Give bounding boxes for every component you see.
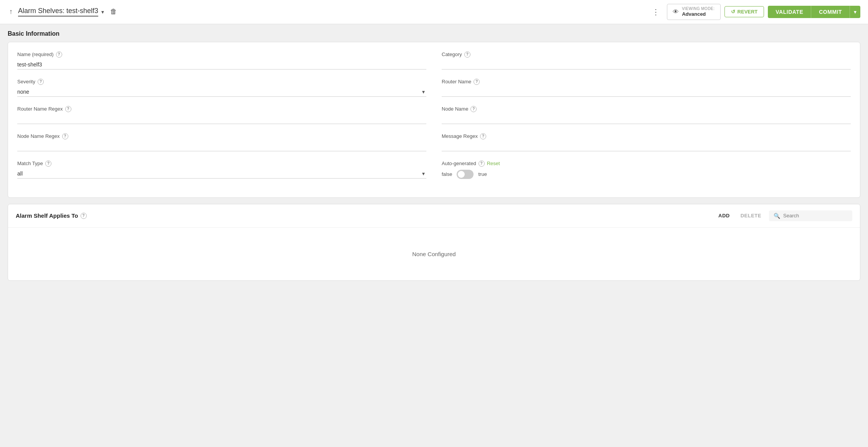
- revert-button[interactable]: ↺ REVERT: [724, 6, 764, 17]
- node-name-field: Node Name ?: [442, 106, 851, 124]
- router-name-input[interactable]: [442, 87, 851, 97]
- left-column: Name (required) ? Severity ? none critic: [17, 51, 426, 188]
- node-name-regex-field: Node Name Regex ?: [17, 133, 426, 151]
- commit-dropdown-button[interactable]: ▾: [850, 6, 860, 18]
- search-box: 🔍: [769, 210, 852, 221]
- validate-button[interactable]: VALIDATE: [768, 6, 811, 18]
- node-name-regex-label: Node Name Regex ?: [17, 133, 426, 139]
- delete-button[interactable]: 🗑: [107, 6, 120, 17]
- match-type-field: Match Type ? all any ▾: [17, 161, 426, 179]
- viewing-mode-label: VIEWING MODE: Advanced: [682, 7, 715, 17]
- auto-generated-toggle[interactable]: [457, 170, 474, 179]
- router-name-field: Router Name ?: [442, 79, 851, 97]
- auto-generated-toggle-row: false true: [442, 170, 851, 179]
- revert-icon: ↺: [731, 9, 735, 15]
- category-field: Category ?: [442, 51, 851, 70]
- severity-select-wrapper: none critical major minor warning info ▾: [17, 87, 426, 97]
- basic-info-section-title: Basic Information: [8, 30, 860, 37]
- top-bar: ↑ Alarm Shelves: test-shelf3 ▾ 🗑 ⋮ 👁 VIE…: [0, 0, 868, 24]
- more-options-button[interactable]: ⋮: [649, 6, 663, 18]
- router-name-regex-input[interactable]: [17, 114, 426, 124]
- router-name-label: Router Name ?: [442, 79, 851, 85]
- toggle-slider: [457, 170, 474, 179]
- name-help-icon[interactable]: ?: [56, 51, 62, 58]
- toggle-false-label: false: [442, 171, 452, 177]
- severity-field: Severity ? none critical major minor war…: [17, 79, 426, 97]
- toggle-true-label: true: [478, 171, 487, 177]
- none-configured-text: None Configured: [8, 228, 860, 280]
- router-name-regex-field: Router Name Regex ?: [17, 106, 426, 124]
- reset-link[interactable]: Reset: [487, 161, 500, 166]
- severity-label: Severity ?: [17, 79, 426, 85]
- router-name-regex-help-icon[interactable]: ?: [65, 106, 71, 112]
- alarm-shelf-title: Alarm Shelf Applies To ?: [16, 212, 711, 219]
- title-section: Alarm Shelves: test-shelf3 ▾ 🗑: [18, 6, 645, 17]
- category-input[interactable]: [442, 60, 851, 70]
- viewing-mode-button[interactable]: 👁 VIEWING MODE: Advanced: [667, 4, 720, 20]
- node-name-regex-input[interactable]: [17, 142, 426, 151]
- alarm-shelf-help-icon[interactable]: ?: [81, 213, 87, 219]
- search-icon: 🔍: [774, 213, 780, 219]
- delete-text-button[interactable]: DELETE: [738, 211, 764, 220]
- message-regex-help-icon[interactable]: ?: [480, 133, 486, 139]
- router-name-help-icon[interactable]: ?: [474, 79, 480, 85]
- severity-help-icon[interactable]: ?: [38, 79, 44, 85]
- node-name-help-icon[interactable]: ?: [470, 106, 477, 112]
- message-regex-label: Message Regex ?: [442, 133, 851, 139]
- commit-group: VALIDATE COMMIT ▾: [768, 6, 860, 18]
- alarm-shelf-section: Alarm Shelf Applies To ? ADD DELETE 🔍 No…: [8, 204, 860, 281]
- category-label: Category ?: [442, 51, 851, 58]
- name-field: Name (required) ?: [17, 51, 426, 70]
- search-input[interactable]: [783, 213, 848, 219]
- eye-icon: 👁: [673, 8, 679, 15]
- node-name-input[interactable]: [442, 114, 851, 124]
- router-name-regex-label: Router Name Regex ?: [17, 106, 426, 112]
- match-type-select[interactable]: all any: [17, 169, 426, 179]
- name-input[interactable]: [17, 60, 426, 70]
- auto-generated-field: Auto-generated ? Reset false true: [442, 161, 851, 179]
- back-button[interactable]: ↑: [8, 6, 14, 17]
- title-dropdown-arrow[interactable]: ▾: [101, 9, 104, 15]
- node-name-regex-help-icon[interactable]: ?: [62, 133, 68, 139]
- add-button[interactable]: ADD: [715, 211, 733, 220]
- severity-select[interactable]: none critical major minor warning info: [17, 87, 426, 97]
- auto-generated-help-icon[interactable]: ?: [479, 161, 485, 167]
- page-title: Alarm Shelves: test-shelf3: [18, 7, 98, 17]
- message-regex-input[interactable]: [442, 142, 851, 151]
- name-label: Name (required) ?: [17, 51, 426, 58]
- message-regex-field: Message Regex ?: [442, 133, 851, 151]
- match-type-label: Match Type ?: [17, 161, 426, 167]
- match-type-help-icon[interactable]: ?: [45, 161, 51, 167]
- form-grid: Name (required) ? Severity ? none critic: [17, 51, 851, 188]
- category-help-icon[interactable]: ?: [464, 51, 470, 58]
- basic-info-card: Name (required) ? Severity ? none critic: [8, 42, 860, 198]
- node-name-label: Node Name ?: [442, 106, 851, 112]
- right-column: Category ? Router Name ? Node: [442, 51, 851, 188]
- main-content: Basic Information Name (required) ? Seve…: [0, 24, 868, 287]
- alarm-shelf-header: Alarm Shelf Applies To ? ADD DELETE 🔍: [8, 204, 860, 228]
- commit-button[interactable]: COMMIT: [811, 6, 850, 18]
- revert-label: REVERT: [738, 9, 758, 15]
- match-type-select-wrapper: all any ▾: [17, 169, 426, 179]
- auto-generated-label: Auto-generated ? Reset: [442, 161, 851, 167]
